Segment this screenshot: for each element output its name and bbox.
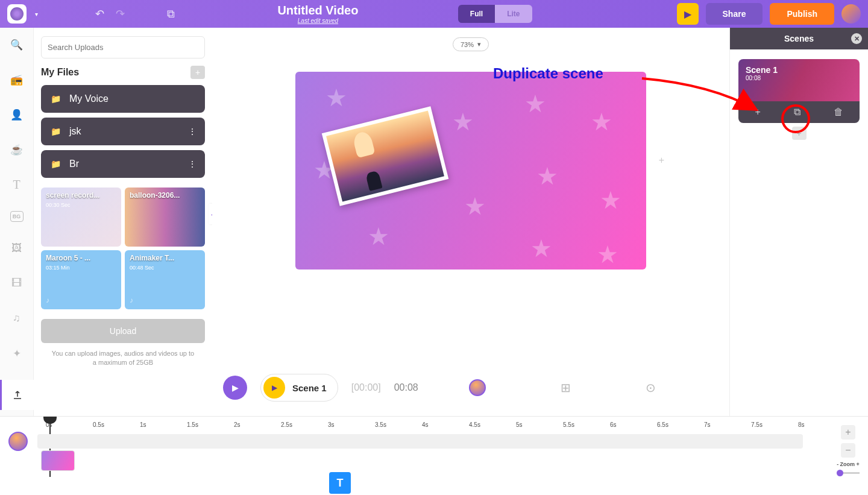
add-folder-button[interactable]: + — [190, 66, 205, 79]
folder-icon: 📁 — [51, 127, 61, 136]
timeline-zoom-controls: + − - Zoom + — [837, 425, 860, 474]
track-bar[interactable] — [37, 434, 803, 449]
character-icon[interactable]: 👤 — [8, 106, 25, 123]
folder-jsk[interactable]: 📁jsk⋮ — [41, 118, 205, 145]
upload-button[interactable]: Upload — [41, 319, 205, 343]
ruler-tick: 3s — [328, 421, 375, 429]
text-track-badge[interactable]: T — [329, 472, 351, 494]
canvas-stage[interactable]: ★★★ ★★★ ★★★ ★★ — [295, 72, 646, 270]
current-time: [00:00] — [351, 382, 381, 393]
library-panel: My Files + 📁My Voice 📁jsk⋮ 📁Br⋮ screen r… — [34, 28, 212, 416]
audio-icon: ♪ — [46, 296, 49, 304]
background-icon[interactable]: BG — [10, 211, 24, 222]
ruler-tick: 3.5s — [375, 421, 422, 429]
scenes-panel: Scenes ✕ Scene 1 00:08 + ⧉ 🗑 + — [729, 28, 868, 416]
ruler-tick: 5s — [516, 421, 563, 429]
timeline-clip[interactable] — [41, 450, 75, 471]
folder-icon: 📁 — [51, 159, 61, 169]
logo-dropdown-icon[interactable]: ▾ — [35, 11, 38, 17]
timeline: 0s0.5s1s1.5s2s2.5s3s3.5s4s4.5s5s5.5s6s6.… — [0, 416, 868, 495]
character-track — [8, 432, 868, 450]
project-title[interactable]: Untitled Video — [184, 4, 452, 17]
search-input[interactable] — [41, 36, 205, 58]
audio-icon: ♪ — [130, 296, 133, 304]
music-icon[interactable]: ♫ — [8, 310, 25, 327]
timeline-ruler: 0s0.5s1s1.5s2s2.5s3s3.5s4s4.5s5s5.5s6s6.… — [0, 417, 868, 429]
zoom-out-button[interactable]: − — [841, 443, 855, 458]
ruler-tick: 6.5s — [657, 421, 704, 429]
text-icon[interactable]: T — [8, 176, 25, 193]
share-button[interactable]: Share — [706, 3, 763, 25]
folder-icon: 📁 — [51, 94, 61, 104]
canvas-photo-element[interactable] — [322, 106, 448, 206]
folder-my-voice[interactable]: 📁My Voice — [41, 85, 205, 113]
publish-button[interactable]: Publish — [770, 3, 834, 25]
add-scene-icon[interactable]: + — [755, 107, 760, 118]
top-bar: ▾ ↶ ↷ ⧉ Untitled Video Last edit saved F… — [0, 0, 868, 28]
chevron-down-icon: ▾ — [477, 40, 481, 48]
ruler-tick: 1s — [140, 421, 187, 429]
save-status: Last edit saved — [184, 17, 452, 24]
preview-button[interactable]: ▶ — [677, 3, 699, 25]
vertical-nav: 🔍 📻 👤 ☕ T BG 🖼 🎞 ♫ ✦ — [0, 28, 34, 416]
ruler-tick: 7s — [704, 421, 751, 429]
media-tile[interactable]: Animaker T...00:48 Sec♪ — [125, 250, 205, 309]
redo-icon[interactable]: ↷ — [113, 7, 127, 21]
close-scenes-button[interactable]: ✕ — [851, 33, 862, 44]
scene-thumbnail[interactable]: Scene 1 00:08 — [738, 59, 860, 101]
media-tile[interactable]: balloon-3206... — [125, 188, 205, 247]
mode-switch: Full Lite — [458, 5, 532, 23]
camera-icon[interactable]: ⊞ — [561, 380, 571, 395]
panel-heading: My Files — [41, 67, 79, 78]
annotation-label: Duplicate scene — [493, 65, 603, 82]
scene-actions: + ⧉ 🗑 — [738, 101, 860, 123]
zoom-slider[interactable] — [837, 472, 860, 474]
ruler-tick: 2.5s — [281, 421, 328, 429]
scene-card[interactable]: Scene 1 00:08 + ⧉ 🗑 — [738, 59, 860, 123]
play-all-button[interactable]: ▶ — [223, 376, 247, 400]
ruler-tick: 7.5s — [751, 421, 798, 429]
effects-icon[interactable]: ✦ — [8, 345, 25, 362]
undo-icon[interactable]: ↶ — [92, 7, 107, 21]
ruler-tick: 4.5s — [469, 421, 516, 429]
delete-scene-icon[interactable]: 🗑 — [834, 107, 843, 118]
canvas-area: 73%▾ ★★★ ★★★ ★★★ ★★ + ▶ ▶ Scene 1 [00:00… — [212, 28, 729, 416]
upload-nav-icon[interactable] — [0, 380, 34, 410]
focus-icon[interactable]: ⊙ — [646, 380, 656, 395]
character-track-icon[interactable] — [469, 379, 486, 396]
copy-icon[interactable]: ⧉ — [163, 7, 178, 21]
ruler-tick: 6s — [610, 421, 657, 429]
track-character-icon[interactable] — [8, 432, 28, 451]
scenes-header: Scenes ✕ — [730, 28, 868, 49]
mode-full-button[interactable]: Full — [458, 5, 495, 23]
scene-selector[interactable]: ▶ Scene 1 — [260, 374, 338, 402]
mode-lite-button[interactable]: Lite — [495, 5, 532, 23]
image-icon[interactable]: 🖼 — [8, 240, 25, 257]
video-icon[interactable]: 🎞 — [8, 275, 25, 292]
folder-menu-icon[interactable]: ⋮ — [188, 159, 197, 169]
media-tile[interactable]: screen record...00:30 Sec — [41, 188, 121, 247]
duplicate-scene-icon[interactable]: ⧉ — [794, 107, 800, 118]
props-icon[interactable]: ☕ — [8, 141, 25, 158]
ruler-tick: 1.5s — [187, 421, 234, 429]
app-logo[interactable] — [7, 4, 27, 24]
upload-hint: You can upload images, audios and videos… — [41, 349, 205, 368]
ruler-tick: 4s — [422, 421, 469, 429]
media-icon[interactable]: 📻 — [8, 71, 25, 88]
search-icon[interactable]: 🔍 — [8, 36, 25, 53]
scene-duration: 00:08 — [394, 382, 418, 393]
play-scene-button[interactable]: ▶ — [263, 377, 285, 399]
ruler-tick: 5.5s — [563, 421, 610, 429]
user-avatar[interactable] — [841, 4, 861, 24]
playbar: ▶ ▶ Scene 1 [00:00] 00:08 ⊞ ⊙ — [212, 374, 729, 402]
project-title-block: Untitled Video Last edit saved — [184, 4, 452, 24]
zoom-dropdown[interactable]: 73%▾ — [453, 37, 489, 51]
ruler-tick: 2s — [234, 421, 281, 429]
new-scene-button[interactable]: + — [792, 127, 807, 140]
folder-br[interactable]: 📁Br⋮ — [41, 150, 205, 178]
zoom-in-button[interactable]: + — [841, 425, 855, 440]
ruler-tick: 0.5s — [93, 421, 140, 429]
folder-menu-icon[interactable]: ⋮ — [188, 127, 197, 136]
add-stage-button[interactable]: + — [659, 155, 664, 166]
media-tile[interactable]: Maroon 5 - ...03:15 Min♪ — [41, 250, 121, 309]
